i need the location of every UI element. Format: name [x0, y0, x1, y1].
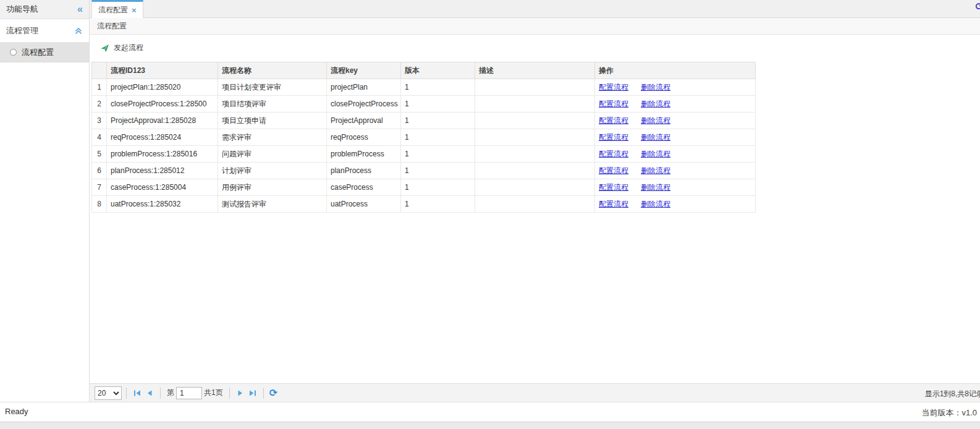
cell-actions: 配置流程删除流程	[595, 146, 756, 163]
bottom-strip	[0, 422, 980, 429]
cell-process-name: 用例评审	[218, 179, 327, 196]
next-page-button[interactable]	[234, 387, 247, 399]
cell-process-key: closeProjectProcess	[327, 96, 401, 113]
application-window: 功能导航 « 流程管理 流程配置 流程配置 × ⟳	[0, 0, 980, 429]
cell-version: 1	[401, 163, 475, 179]
delete-process-link[interactable]: 删除流程	[641, 150, 670, 158]
row-number: 2	[92, 96, 107, 113]
cell-process-key: reqProcess	[327, 129, 401, 146]
tab-strip: 流程配置 × ⟳	[90, 0, 980, 18]
delete-process-link[interactable]: 删除流程	[641, 133, 670, 142]
configure-process-link[interactable]: 配置流程	[599, 200, 628, 208]
configure-process-link[interactable]: 配置流程	[599, 183, 628, 192]
table-body: 1projectPlan:1:285020项目计划变更评审projectPlan…	[92, 79, 756, 213]
configure-process-link[interactable]: 配置流程	[599, 116, 628, 125]
table-row[interactable]: 8uatProcess:1:285032测试报告评审uatProcess1配置流…	[92, 196, 756, 213]
table-row[interactable]: 4reqProcess:1:285024需求评审reqProcess1配置流程删…	[92, 129, 756, 146]
delete-process-link[interactable]: 删除流程	[641, 83, 670, 91]
status-bar: Ready 当前版本：v1.0	[0, 402, 980, 422]
cell-process-id: projectPlan:1:285020	[107, 79, 218, 96]
cell-process-id: ProjectApproval:1:285028	[107, 113, 218, 129]
table-row[interactable]: 2closeProjectProcess:1:28500项目结项评审closeP…	[92, 96, 756, 113]
cell-description	[475, 96, 595, 113]
cell-process-name: 计划评审	[218, 163, 327, 179]
row-number: 4	[92, 129, 107, 146]
cell-actions: 配置流程删除流程	[595, 96, 756, 113]
panel-title: 流程配置	[97, 22, 127, 30]
cell-process-key: caseProcess	[327, 179, 401, 196]
column-header-version[interactable]: 版本	[401, 62, 475, 79]
start-process-icon	[101, 44, 109, 53]
accordion-header-process-management[interactable]: 流程管理	[0, 19, 89, 43]
delete-process-link[interactable]: 删除流程	[641, 116, 670, 125]
cell-process-id: reqProcess:1:285024	[107, 129, 218, 146]
configure-process-link[interactable]: 配置流程	[599, 150, 628, 158]
collapse-sidebar-icon[interactable]: «	[77, 4, 83, 14]
start-process-label: 发起流程	[114, 43, 143, 53]
prev-page-button[interactable]	[143, 387, 156, 399]
cell-actions: 配置流程删除流程	[595, 196, 756, 213]
process-datagrid: 流程ID123 流程名称 流程key 版本 描述 操作 1projectPlan…	[91, 62, 756, 213]
cell-process-key: projectPlan	[327, 79, 401, 96]
status-text: Ready	[5, 407, 28, 416]
cell-description	[475, 179, 595, 196]
cell-process-key: ProjectApproval	[327, 113, 401, 129]
version-text: 当前版本：v1.0	[921, 407, 977, 418]
column-header-process-key[interactable]: 流程key	[327, 62, 401, 79]
cell-process-name: 测试报告评审	[218, 196, 327, 213]
start-process-button[interactable]: 发起流程	[97, 40, 147, 56]
page-number-input[interactable]	[176, 387, 202, 399]
toolbar: 发起流程	[90, 35, 980, 61]
cell-version: 1	[401, 79, 475, 96]
cell-version: 1	[401, 96, 475, 113]
cell-description	[475, 163, 595, 179]
configure-process-link[interactable]: 配置流程	[599, 100, 628, 108]
column-header-process-id[interactable]: 流程ID123	[107, 62, 218, 79]
tab-label: 流程配置	[98, 5, 128, 15]
sidebar-item-process-config[interactable]: 流程配置	[0, 43, 89, 62]
cell-actions: 配置流程删除流程	[595, 79, 756, 96]
tab-refresh-icon[interactable]: ⟳	[976, 2, 980, 12]
cell-actions: 配置流程删除流程	[595, 113, 756, 129]
first-page-button[interactable]	[131, 387, 143, 399]
column-header-actions: 操作	[595, 62, 756, 79]
cell-actions: 配置流程删除流程	[595, 179, 756, 196]
configure-process-link[interactable]: 配置流程	[599, 83, 628, 91]
sidebar-header: 功能导航 «	[0, 0, 89, 19]
cell-description	[475, 146, 595, 163]
table-header-row: 流程ID123 流程名称 流程key 版本 描述 操作	[92, 62, 756, 79]
main-panel: 流程配置 × ⟳ 流程配置 发起流程	[90, 0, 980, 402]
cell-process-name: 项目结项评审	[218, 96, 327, 113]
cell-version: 1	[401, 179, 475, 196]
panel-header: 流程配置	[90, 18, 980, 35]
refresh-icon[interactable]: ⟳	[269, 388, 277, 398]
column-header-process-name[interactable]: 流程名称	[218, 62, 327, 79]
delete-process-link[interactable]: 删除流程	[641, 200, 670, 208]
sidebar: 功能导航 « 流程管理 流程配置	[0, 0, 90, 402]
page-size-select[interactable]: 20	[95, 386, 122, 400]
cell-process-id: uatProcess:1:285032	[107, 196, 218, 213]
table-row[interactable]: 7caseProcess:1:285004用例评审caseProcess1配置流…	[92, 179, 756, 196]
delete-process-link[interactable]: 删除流程	[641, 183, 670, 192]
table-row[interactable]: 1projectPlan:1:285020项目计划变更评审projectPlan…	[92, 79, 756, 96]
cell-description	[475, 196, 595, 213]
table-row[interactable]: 5problemProcess:1:285016问题评审problemProce…	[92, 146, 756, 163]
table-row[interactable]: 3ProjectApproval:1:285028项目立项申请ProjectAp…	[92, 113, 756, 129]
cell-description	[475, 129, 595, 146]
delete-process-link[interactable]: 删除流程	[641, 166, 670, 175]
page-total-label: 共1页	[204, 388, 223, 398]
cell-process-key: planProcess	[327, 163, 401, 179]
last-page-button[interactable]	[247, 387, 259, 399]
column-header-description[interactable]: 描述	[475, 62, 595, 79]
pager-summary: 显示1到8,共8记录	[925, 389, 980, 399]
cell-process-name: 问题评审	[218, 146, 327, 163]
configure-process-link[interactable]: 配置流程	[599, 133, 628, 142]
cell-process-name: 需求评审	[218, 129, 327, 146]
cell-description	[475, 79, 595, 96]
delete-process-link[interactable]: 删除流程	[641, 100, 670, 108]
table-row[interactable]: 6planProcess:1:285012计划评审planProcess1配置流…	[92, 163, 756, 179]
sidebar-item-label: 流程配置	[22, 47, 54, 58]
tab-close-icon[interactable]: ×	[132, 6, 137, 14]
configure-process-link[interactable]: 配置流程	[599, 166, 628, 175]
tab-process-config[interactable]: 流程配置 ×	[91, 0, 143, 18]
